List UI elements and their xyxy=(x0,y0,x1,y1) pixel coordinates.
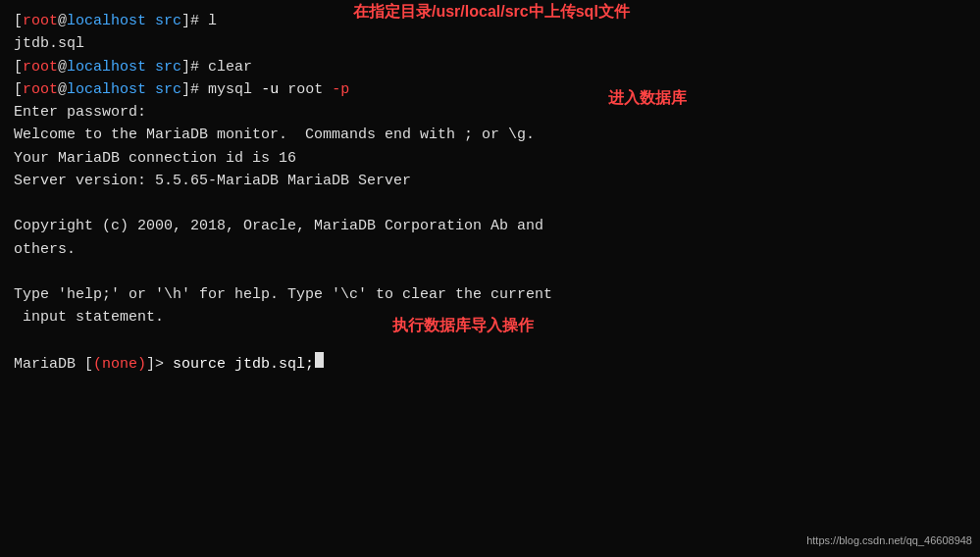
connection-id: Your MariaDB connection id is 16 xyxy=(14,147,296,170)
opt-p: -p xyxy=(332,78,349,101)
mariadb-prompt-text: MariaDB [ xyxy=(14,353,93,376)
terminal-line-5: Enter password: xyxy=(14,101,966,124)
cmd-mysql: mysql xyxy=(208,78,261,101)
others-line: others. xyxy=(14,238,76,261)
terminal-line-6: Welcome to the MariaDB monitor. Commands… xyxy=(14,124,966,146)
terminal-line-4: [root@localhost src]# mysql -u root -p xyxy=(14,78,966,101)
prompt-space xyxy=(146,10,155,32)
terminal-line-13: MariaDB [(none)]> source jtdb.sql; xyxy=(14,352,966,376)
welcome-line: Welcome to the MariaDB monitor. Commands… xyxy=(14,124,535,146)
terminal-line-3: [root@localhost src]# clear xyxy=(14,56,966,78)
copyright-line: Copyright (c) 2000, 2018, Oracle, MariaD… xyxy=(14,215,543,237)
terminal-line-10: others. xyxy=(14,238,966,261)
mariadb-command: source jtdb.sql; xyxy=(173,353,314,376)
cmd-clear: clear xyxy=(208,56,252,78)
prompt-bracket-close: ]# xyxy=(181,10,208,32)
empty-line-3 xyxy=(14,329,966,352)
prompt-bracket: [ xyxy=(14,10,23,32)
terminal: [root@localhost src]# l jtdb.sql [root@l… xyxy=(0,0,980,557)
mariadb-prompt-end: ]> xyxy=(146,353,173,376)
prompt-dir: src xyxy=(155,10,181,32)
output-jtdb: jtdb.sql xyxy=(14,32,84,55)
terminal-line-12: input statement. xyxy=(14,306,966,329)
terminal-line-2: jtdb.sql xyxy=(14,32,966,55)
opt-root: root xyxy=(287,78,332,101)
mariadb-none: (none) xyxy=(93,353,146,376)
terminal-line-1: [root@localhost src]# l xyxy=(14,10,966,32)
empty-line-1 xyxy=(14,192,966,215)
prompt-at: @ xyxy=(58,10,67,32)
watermark: https://blog.csdn.net/qq_46608948 xyxy=(806,532,972,549)
input-statement: input statement. xyxy=(14,306,164,329)
cmd-l: l xyxy=(208,10,217,32)
server-version: Server version: 5.5.65-MariaDB MariaDB S… xyxy=(14,170,411,192)
cursor xyxy=(315,352,324,368)
prompt-host: localhost xyxy=(67,10,146,32)
terminal-line-8: Server version: 5.5.65-MariaDB MariaDB S… xyxy=(14,170,966,192)
terminal-line-7: Your MariaDB connection id is 16 xyxy=(14,147,966,170)
help-line: Type 'help;' or '\h' for help. Type '\c'… xyxy=(14,283,552,306)
enter-password: Enter password: xyxy=(14,101,146,124)
prompt-root: root xyxy=(23,10,58,32)
opt-u: -u xyxy=(261,78,287,101)
terminal-line-11: Type 'help;' or '\h' for help. Type '\c'… xyxy=(14,283,966,306)
empty-line-2 xyxy=(14,261,966,283)
terminal-line-9: Copyright (c) 2000, 2018, Oracle, MariaD… xyxy=(14,215,966,237)
